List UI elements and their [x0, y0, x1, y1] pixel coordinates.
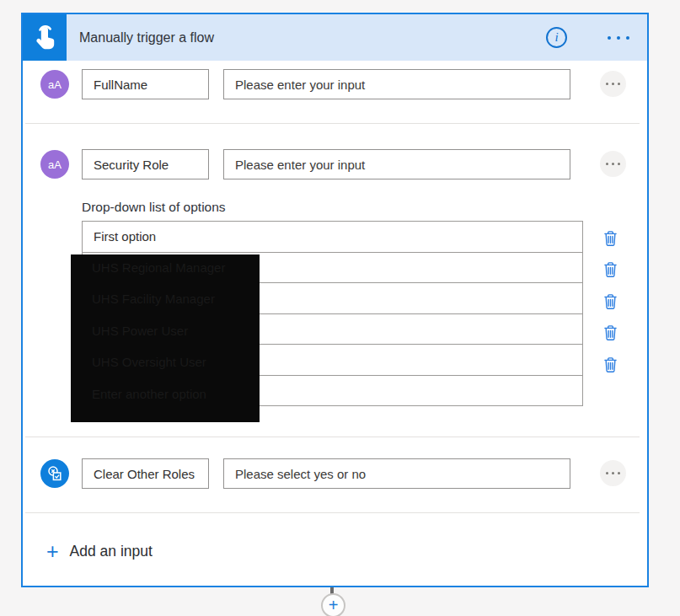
redacted-option-text: UHS Facility Manager	[92, 292, 215, 306]
trash-icon	[603, 293, 618, 309]
dropdown-options-label: Drop-down list of options	[82, 200, 226, 215]
redacted-option-text: UHS Oversight User	[92, 355, 206, 369]
flow-designer-canvas: Manually trigger a flow i aA aA Drop-dow…	[0, 0, 680, 616]
boolean-icon	[46, 465, 63, 482]
text-badge-glyph: aA	[48, 158, 62, 171]
row-divider	[25, 437, 640, 437]
manual-trigger-card: Manually trigger a flow i aA aA Drop-dow…	[21, 13, 649, 587]
card-title: Manually trigger a flow	[79, 30, 214, 46]
redacted-option-text: UHS Power User	[92, 324, 188, 338]
row-menu-button-clear-other-roles[interactable]	[600, 460, 626, 486]
delete-option-button-1[interactable]	[601, 228, 619, 247]
option-input-1[interactable]	[83, 222, 582, 252]
input-name-field-clear-other-roles[interactable]	[82, 458, 209, 489]
info-glyph: i	[554, 30, 558, 45]
row-menu-button-security-role[interactable]	[600, 151, 626, 177]
more-options-icon[interactable]	[604, 27, 632, 48]
plus-icon: +	[329, 597, 339, 613]
add-an-input-button[interactable]: + Add an input	[46, 538, 153, 565]
text-badge-glyph: aA	[48, 78, 62, 91]
info-icon[interactable]: i	[546, 27, 567, 48]
delete-option-button-3[interactable]	[601, 292, 619, 310]
row-divider	[25, 512, 640, 513]
plus-icon: +	[46, 541, 59, 562]
delete-option-button-4[interactable]	[601, 323, 619, 341]
trigger-card-header[interactable]: Manually trigger a flow i	[23, 14, 647, 61]
input-value-field-fullname[interactable]	[223, 69, 570, 99]
redacted-option-text: UHS Regional Manager	[92, 260, 225, 275]
delete-option-button-5[interactable]	[601, 355, 619, 373]
trash-icon	[603, 324, 618, 340]
trash-icon	[603, 356, 618, 372]
option-row	[82, 221, 583, 253]
input-value-field-security-role[interactable]	[223, 149, 570, 179]
redacted-option-text: Enter another option	[92, 387, 206, 401]
delete-option-button-2[interactable]	[601, 260, 619, 278]
input-name-field-fullname[interactable]	[82, 69, 209, 99]
trash-icon	[603, 230, 618, 246]
row-divider	[25, 123, 640, 124]
redaction-overlay: UHS Regional Manager UHS Facility Manage…	[71, 254, 260, 422]
text-input-type-icon: aA	[40, 70, 69, 99]
text-input-type-icon: aA	[40, 150, 69, 179]
input-value-field-clear-other-roles[interactable]	[223, 458, 570, 489]
tap-hand-icon	[32, 22, 57, 53]
manual-trigger-tile	[23, 14, 67, 61]
trash-icon	[603, 261, 618, 277]
row-menu-button-fullname[interactable]	[600, 71, 626, 97]
insert-step-button[interactable]: +	[321, 593, 345, 616]
add-input-label: Add an input	[70, 543, 153, 560]
yes-no-input-type-icon	[40, 459, 69, 488]
input-name-field-security-role[interactable]	[82, 149, 209, 179]
